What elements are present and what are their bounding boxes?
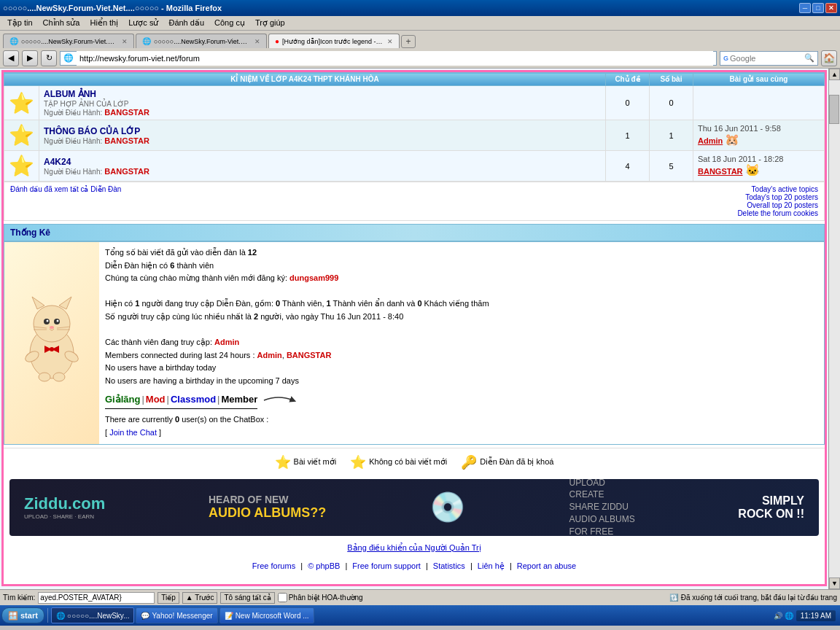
top-posters-link[interactable]: Overall top 20 posters xyxy=(737,201,818,209)
new-tab-button[interactable]: + xyxy=(401,35,416,48)
tab-0-close[interactable]: ✕ xyxy=(122,38,128,45)
forum-so-bai: 1 xyxy=(650,120,693,151)
footer-lien-he[interactable]: Liên hệ xyxy=(478,561,505,570)
maximize-button[interactable]: □ xyxy=(812,3,824,13)
search-input[interactable] xyxy=(730,54,803,63)
tabs-bar: 🌐 ○○○○○....NewSky.Forum-Viet.Net...... ✕… xyxy=(0,31,840,48)
menu-bookmarks[interactable]: Đánh dấu xyxy=(164,17,209,29)
taskbar-item-2[interactable]: 📝 New Microsoft Word ... xyxy=(219,607,314,623)
footer-statistics[interactable]: Statistics xyxy=(433,561,465,570)
home-button[interactable]: 🏠 xyxy=(821,50,837,66)
status-highlight-button[interactable]: Tô sáng tất cả xyxy=(220,592,274,604)
scroll-thumb[interactable] xyxy=(829,95,839,124)
menu-tools[interactable]: Công cụ xyxy=(210,17,249,29)
taskbar-item-0[interactable]: 🌐 ○○○○○....NewSky... xyxy=(51,607,135,623)
footer-free-forums[interactable]: Free forums xyxy=(252,561,295,570)
status-case-label[interactable]: Phân biệt HOA-thường xyxy=(278,593,363,602)
close-button[interactable]: ✕ xyxy=(825,3,837,13)
taskbar-item-0-label: ○○○○○....NewSky... xyxy=(67,612,130,620)
menu-file[interactable]: Tập tin xyxy=(3,17,37,29)
role-member: Member xyxy=(221,392,257,408)
delete-cookies-link[interactable]: Delete the forum cookies xyxy=(737,209,818,217)
scroll-down-button[interactable]: ▼ xyxy=(829,578,840,589)
tab-1-close[interactable]: ✕ xyxy=(254,38,260,45)
footer-report-abuse[interactable]: Report an abuse xyxy=(517,561,576,570)
legend-no-new-posts-label: Không có bài viết mới xyxy=(369,457,447,467)
forum-title-link[interactable]: A4K24 xyxy=(44,157,71,167)
mark-read-link[interactable]: Đánh dấu đã xem tất cả Diễn Đàn xyxy=(10,185,121,217)
legend-no-new-posts: ⭐ Không có bài viết mới xyxy=(350,454,447,470)
role-classmod: Classmod xyxy=(171,392,216,408)
forum-so-bai: 5 xyxy=(650,151,693,182)
tab-1[interactable]: 🌐 ○○○○○....NewSky.Forum-Viet.Net...... ✕ xyxy=(136,34,267,48)
stats-line-2: Diễn Đàn hiện có 6 thành viên xyxy=(105,260,818,273)
mascot-svg xyxy=(19,291,85,386)
forward-button[interactable]: ▶ xyxy=(22,50,38,66)
forum-title-link[interactable]: THÔNG BÁO CỦA LỚP xyxy=(44,126,140,136)
forum-chu-de: 0 xyxy=(606,86,650,120)
scroll-track[interactable] xyxy=(829,80,840,578)
footer-free-forum-support[interactable]: Free forum support xyxy=(352,561,421,570)
forum-subtitle: TẬP HỢP ẢNH CỦA LỚP xyxy=(44,100,128,108)
top-posters-today-link[interactable]: Today's top 20 posters xyxy=(737,193,818,201)
forum-info-cell: ALBUM ẢNH TẬP HỢP ẢNH CỦA LỚP Người Điều… xyxy=(39,86,606,120)
minimize-button[interactable]: ─ xyxy=(799,3,811,13)
connected-user-bangstar[interactable]: BANGSTAR xyxy=(287,351,332,359)
stats-text-area: Tổng số bài viết đã gửi vào diễn đàn là … xyxy=(99,242,824,444)
scroll-up-button[interactable]: ▲ xyxy=(829,69,840,80)
new-member-link[interactable]: dungsam999 xyxy=(289,273,338,282)
svg-marker-3 xyxy=(59,297,71,309)
menu-view[interactable]: Hiển thị xyxy=(86,17,123,29)
tab-2-close[interactable]: ✕ xyxy=(387,38,393,45)
start-button[interactable]: 🪟 start xyxy=(1,607,44,623)
stats-header: Thống Kê xyxy=(4,224,825,241)
back-button[interactable]: ◀ xyxy=(3,50,19,66)
stats-line-1: Tổng số bài viết đã gửi vào diễn đàn là … xyxy=(105,246,818,260)
last-post-user-link[interactable]: BANGSTAR xyxy=(698,167,743,176)
connected-user-admin[interactable]: Admin xyxy=(257,351,282,359)
status-bar: Tìm kiếm: Tiếp ▲ Trước Tô sáng tất cả Ph… xyxy=(0,589,840,605)
address-input[interactable] xyxy=(77,51,713,66)
admin-panel-link[interactable]: Bảng điều khiển của Người Quản Trị xyxy=(347,543,481,552)
legend-locked-label: Diễn Đàn đã bị khoá xyxy=(480,457,553,467)
forum-star-icon: ⭐ xyxy=(9,155,34,177)
status-case-checkbox[interactable] xyxy=(278,593,287,602)
reload-button[interactable]: ↻ xyxy=(41,50,57,66)
search-button[interactable]: 🔍 xyxy=(804,53,814,63)
taskbar-item-1[interactable]: 💬 Yahoo! Messenger xyxy=(136,607,217,623)
scrollbar[interactable]: ▲ ▼ xyxy=(828,69,840,589)
stats-birthday1: No users have a birthday today xyxy=(105,362,818,375)
join-chat-line: [ Join the Chat ] xyxy=(105,427,818,440)
forum-title-link[interactable]: ALBUM ẢNH xyxy=(44,89,96,99)
legend-new-posts: ⭐ Bài viết mới xyxy=(275,454,337,470)
new-posts-icon: ⭐ xyxy=(275,454,291,470)
status-prev-button[interactable]: ▲ Trước xyxy=(182,592,218,604)
last-post-user-link[interactable]: Admin xyxy=(698,136,723,145)
legend-locked-forum: 🔑 Diễn Đàn đã bị khoá xyxy=(461,454,553,470)
forum-moderator-label: Người Điều Hành: xyxy=(44,168,102,176)
window-title: ○○○○○....NewSky.Forum-Viet.Net....○○○○○ … xyxy=(3,4,222,12)
menu-history[interactable]: Lược sử xyxy=(124,17,163,29)
menu-help[interactable]: Trợ giúp xyxy=(251,17,289,29)
svg-point-18 xyxy=(39,373,50,381)
tab-0[interactable]: 🌐 ○○○○○....NewSky.Forum-Viet.Net...... ✕ xyxy=(3,34,134,48)
join-chat-link[interactable]: Join the Chat xyxy=(109,428,157,437)
table-row: ⭐ A4K24 Người Điều Hành: BANGSTAR 4 5 Sa… xyxy=(4,151,825,182)
taskbar-right: 🔊 🌐 11:19 AM xyxy=(774,610,839,621)
status-progress: 🔃 Đã xuống tới cuối trang, bắt đầu lại t… xyxy=(669,594,837,602)
browser-content: KỈ NIỆM VỀ LỚP A4K24 THPT KHÁNH HÒA Chủ … xyxy=(0,69,840,589)
taskbar-item-1-icon: 💬 xyxy=(141,612,149,620)
menu-edit[interactable]: Chỉnh sửa xyxy=(39,17,85,29)
role-legend-underlined: Giảlãng | Mod | Classmod | Member xyxy=(105,392,257,410)
tab-2[interactable]: ● [Hướng dẫn]Icon trước legend - Page 2 … xyxy=(268,34,400,48)
status-next-button[interactable]: Tiếp xyxy=(158,592,179,604)
stats-current: Các thành viên đang truy cập: Admin xyxy=(105,336,818,349)
role-legend: Giảlãng | Mod | Classmod | Member xyxy=(105,392,818,410)
current-user-link[interactable]: Admin xyxy=(214,338,239,346)
title-bar: ○○○○○....NewSky.Forum-Viet.Net....○○○○○ … xyxy=(0,0,840,16)
svg-point-8 xyxy=(50,326,54,329)
active-topics-link[interactable]: Today's active topics xyxy=(737,185,818,193)
status-search-input[interactable] xyxy=(38,592,155,604)
forum-icon-cell: ⭐ xyxy=(4,151,39,182)
footer-phpbb[interactable]: © phpBB xyxy=(308,561,340,570)
